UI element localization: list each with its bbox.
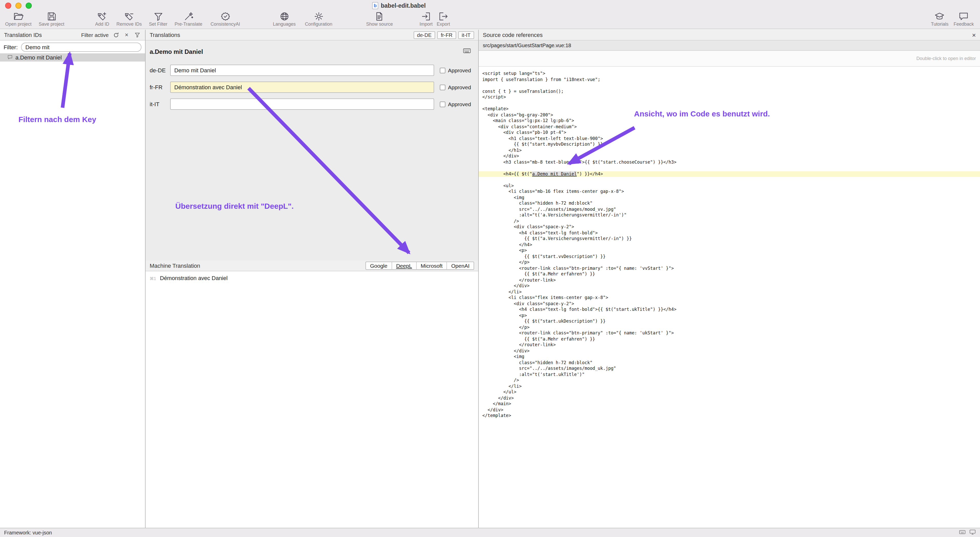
toolbar-button-configuration[interactable]: Configuration xyxy=(305,11,332,27)
translation-ids-title: Translation IDs xyxy=(4,32,42,38)
toolbar: Open projectSave projectAdd IDRemove IDs… xyxy=(0,11,980,29)
wand-icon xyxy=(183,11,194,22)
consistency-icon xyxy=(220,11,231,22)
toolbar-button-label: Languages xyxy=(273,22,296,27)
toolbar-button-set-filter[interactable]: Set Filter xyxy=(149,11,167,27)
gear-icon xyxy=(313,11,324,22)
language-toggle-it-IT[interactable]: it-IT xyxy=(458,31,474,39)
language-toggle-fr-FR[interactable]: fr-FR xyxy=(437,31,456,39)
display-status-icon[interactable] xyxy=(969,528,976,537)
mt-provider-google[interactable]: Google xyxy=(366,262,391,269)
code-annotation-note: Ansicht, wo im Code es benutzt wird. xyxy=(634,109,770,118)
toolbar-button-label: Set Filter xyxy=(149,22,167,27)
code-line: <main class="lg:px-12 lg:pb-6"> xyxy=(479,118,980,124)
code-line: {{ $t("start.vvDescription") }} xyxy=(479,253,980,260)
toolbar-button-export[interactable]: Export xyxy=(437,11,450,27)
machine-translation-body: ⌘1 Démonstration avec Daniel xyxy=(146,271,478,528)
folder-open-icon xyxy=(13,11,24,22)
approved-checkbox-de-DE[interactable] xyxy=(440,67,445,73)
code-line: {{ $t("start.ukDescription") }} xyxy=(479,319,980,324)
language-label: fr-FR xyxy=(150,84,170,90)
code-line: </template> xyxy=(479,413,980,419)
toolbar-button-remove-ids[interactable]: Remove IDs xyxy=(116,11,142,27)
keyboard-icon[interactable] xyxy=(463,47,471,57)
translations-title: Translations xyxy=(150,32,180,38)
app-window: b babel-edit.babel Open projectSave proj… xyxy=(0,0,980,537)
filter-row: Filter: xyxy=(0,40,145,53)
translation-ids-header: Translation IDs Filter active × xyxy=(0,30,145,40)
toolbar-button-tutorials[interactable]: Tutorials xyxy=(931,11,948,27)
toolbar-button-languages[interactable]: Languages xyxy=(273,11,296,27)
toolbar-button-label: Remove IDs xyxy=(116,22,142,27)
toolbar-button-import[interactable]: Import xyxy=(420,11,433,27)
toolbar-button-label: ConsistencyAI xyxy=(211,22,240,27)
mt-provider-openai[interactable]: OpenAI xyxy=(447,262,474,269)
filter-input[interactable] xyxy=(21,42,142,51)
approved-checkbox-it-IT[interactable] xyxy=(440,101,445,107)
code-line: <p> xyxy=(479,248,980,253)
code-line: </div> xyxy=(479,407,980,413)
translation-id-list: a.Demo mit Daniel xyxy=(0,53,145,528)
toolbar-button-label: Configuration xyxy=(305,22,332,27)
tutorials-icon xyxy=(935,11,945,22)
clear-filter-icon[interactable]: × xyxy=(123,31,130,38)
refresh-icon[interactable] xyxy=(112,31,119,38)
machine-translation-title: Machine Translation xyxy=(150,263,200,269)
language-toggle-de-DE[interactable]: de-DE xyxy=(414,31,435,39)
code-line: <h1 class="text-left text-blue-900"> xyxy=(479,135,980,142)
main-area: Translation IDs Filter active × Filter: xyxy=(0,30,980,528)
zoom-window-button[interactable] xyxy=(25,3,32,9)
code-line: </li> xyxy=(479,383,980,389)
source-code-view[interactable]: <script setup lang="ts">import { useTran… xyxy=(479,67,980,528)
translations-body: a.Demo mit Daniel de-DEApprovedfr-FRAppr… xyxy=(146,40,478,261)
toolbar-button-save-project[interactable]: Save project xyxy=(39,11,64,27)
code-line: import { useTranslation } from "i18next-… xyxy=(479,76,980,83)
close-panel-icon[interactable]: × xyxy=(972,32,976,38)
code-line: class="hidden h-72 md:block" xyxy=(479,360,980,366)
translation-input-de-DE[interactable] xyxy=(170,65,434,76)
code-line xyxy=(479,165,980,171)
language-buttons: de-DEfr-FRit-IT xyxy=(411,31,474,39)
approved-label: Approved xyxy=(448,101,471,107)
code-line: <div class="space-y-2"> xyxy=(479,224,980,230)
mt-provider-microsoft[interactable]: Microsoft xyxy=(416,262,447,269)
code-line: <h3 class="mb-8 text-blue-900">{{ $t("st… xyxy=(479,159,980,165)
translation-input-it-IT[interactable] xyxy=(170,99,434,110)
code-line: /> xyxy=(479,378,980,383)
toolbar-button-consistencyai[interactable]: ConsistencyAI xyxy=(211,11,240,27)
keyboard-status-icon[interactable] xyxy=(959,528,966,537)
code-line: <div class="space-y-2"> xyxy=(479,301,980,307)
open-in-editor-hint: Double-click to open in editor xyxy=(916,56,976,61)
translation-input-fr-FR[interactable] xyxy=(170,81,434,93)
toolbar-button-pre-translate[interactable]: Pre-Translate xyxy=(175,11,202,27)
filter-funnel-icon[interactable] xyxy=(134,31,141,38)
file-tab[interactable]: src/pages/start/GuestStartPage.vue:18 xyxy=(483,43,571,48)
translation-row-de-DE: de-DEApproved xyxy=(150,65,474,76)
toolbar-button-show-source[interactable]: Show source xyxy=(366,11,393,27)
mt-suggestion-row[interactable]: ⌘1 Démonstration avec Daniel xyxy=(150,275,474,281)
code-line: {{ $t("a.Mehr erfahren") }} xyxy=(479,336,980,342)
toolbar-button-add-id[interactable]: Add ID xyxy=(95,11,109,27)
source-code-references-panel: Source code references × src/pages/start… xyxy=(479,30,980,528)
code-line: <p> xyxy=(479,312,980,319)
highlighted-translation-key[interactable]: a.Demo mit Daniel xyxy=(532,171,577,176)
minimize-window-button[interactable] xyxy=(15,3,22,9)
statusbar-icons xyxy=(959,528,976,537)
document-proxy-icon: b xyxy=(372,2,378,9)
code-line: </p> xyxy=(479,324,980,330)
close-window-button[interactable] xyxy=(5,3,11,9)
code-line xyxy=(479,177,980,183)
approved-label: Approved xyxy=(448,84,471,90)
code-line: class="hidden h-72 md:block" xyxy=(479,201,980,206)
translation-id-item[interactable]: a.Demo mit Daniel xyxy=(0,53,145,62)
code-line: /> xyxy=(479,218,980,224)
mt-shortcut-hint: ⌘1 xyxy=(150,276,160,281)
code-line: <script setup lang="ts"> xyxy=(479,71,980,76)
toolbar-button-label: Open project xyxy=(5,22,32,27)
toolbar-button-open-project[interactable]: Open project xyxy=(5,11,32,27)
toolbar-button-feedback[interactable]: Feedback xyxy=(954,11,974,27)
mt-provider-deepl[interactable]: DeepL xyxy=(391,262,416,269)
approved-checkbox-fr-FR[interactable] xyxy=(440,84,445,90)
code-line: src="../../assets/images/mood_vv.jpg" xyxy=(479,206,980,212)
framework-status: Framework: vue-json xyxy=(4,530,52,535)
